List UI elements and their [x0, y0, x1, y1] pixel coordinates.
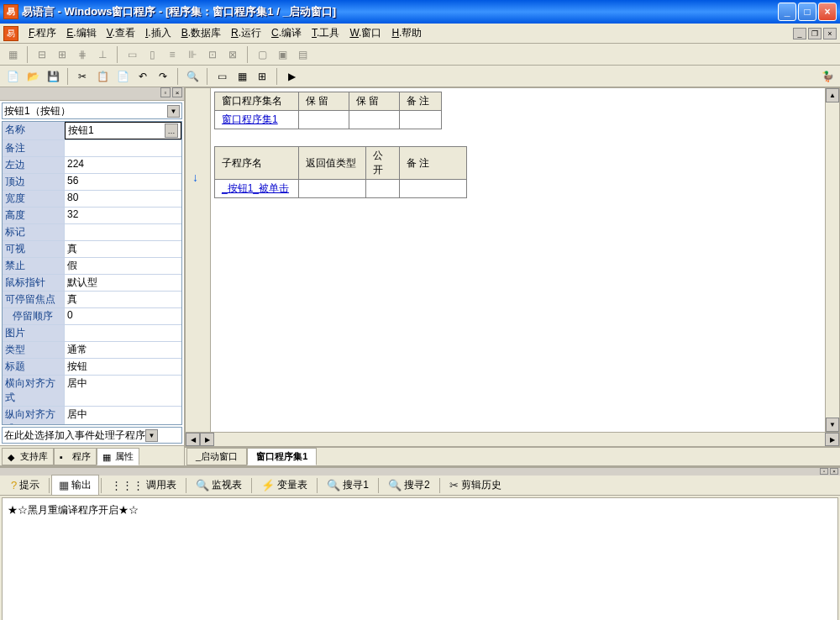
menu-item[interactable]: I.插入 — [140, 24, 176, 42]
property-value[interactable]: 按钮 — [65, 359, 181, 375]
property-value[interactable]: 默认型 — [65, 275, 181, 291]
property-value[interactable]: 真 — [65, 241, 181, 257]
grid-button[interactable]: ⊞ — [253, 67, 271, 86]
property-row[interactable]: 标题按钮 — [3, 359, 181, 376]
property-row[interactable]: 鼠标指针默认型 — [3, 275, 181, 292]
module-link[interactable]: 窗口程序集1 — [215, 111, 299, 129]
property-value[interactable]: 56 — [65, 174, 181, 190]
panel-close-button[interactable]: × — [172, 87, 182, 97]
property-row[interactable]: 标记 — [3, 224, 181, 241]
scroll-right-end-button[interactable]: ▶ — [825, 433, 839, 446]
property-value[interactable]: 按钮1… — [65, 122, 181, 139]
mdi-close-button[interactable]: × — [823, 28, 837, 39]
copy-button[interactable]: 📋 — [93, 67, 112, 86]
property-value[interactable]: 居中 — [65, 407, 181, 425]
table-cell[interactable] — [366, 180, 400, 198]
menu-item[interactable]: E.编辑 — [61, 24, 101, 42]
menu-item[interactable]: F.程序 — [24, 24, 61, 42]
help-button[interactable]: 🦆 — [818, 67, 837, 86]
menu-item[interactable]: R.运行 — [226, 24, 266, 42]
undo-button[interactable]: ↶ — [134, 67, 152, 86]
scroll-up-button[interactable]: ▲ — [826, 88, 839, 102]
table-cell[interactable] — [349, 111, 400, 129]
bottom-tab[interactable]: ⋮⋮⋮调用表 — [103, 475, 184, 496]
property-value[interactable]: 224 — [65, 157, 181, 173]
property-value[interactable] — [65, 140, 181, 156]
property-row[interactable]: 横向对齐方式居中 — [3, 376, 181, 407]
bottom-tab[interactable]: 🔍监视表 — [188, 475, 249, 496]
property-value[interactable] — [65, 325, 181, 341]
maximize-button[interactable]: □ — [798, 3, 816, 21]
property-row[interactable]: 停留顺序0 — [3, 308, 181, 325]
property-row[interactable]: 可停留焦点真 — [3, 292, 181, 308]
bottom-tab[interactable]: ▦输出 — [51, 475, 99, 496]
bottom-tab[interactable]: ?提示 — [3, 475, 47, 496]
editor-gutter[interactable]: ↓ — [186, 88, 211, 446]
property-value[interactable]: 假 — [65, 258, 181, 274]
horizontal-scrollbar[interactable]: ◀ ▶ ▶ — [186, 432, 839, 446]
property-row[interactable]: 宽度80 — [3, 191, 181, 208]
open-button[interactable]: 📂 — [24, 67, 42, 86]
property-row[interactable]: 名称按钮1… — [3, 122, 181, 140]
property-row[interactable]: 左边224 — [3, 157, 181, 174]
mdi-minimize-button[interactable]: _ — [793, 28, 806, 39]
editor-tab[interactable]: 窗口程序集1 — [247, 448, 317, 465]
bottom-tab[interactable]: ⚡变量表 — [254, 475, 315, 496]
scroll-down-button[interactable]: ▼ — [826, 418, 839, 432]
menu-item[interactable]: T.工具 — [307, 24, 344, 42]
property-row[interactable]: 类型通常 — [3, 342, 181, 359]
cut-button[interactable]: ✂ — [73, 67, 92, 86]
new-button[interactable]: 📄 — [3, 67, 22, 86]
chevron-down-icon[interactable]: ▼ — [145, 429, 158, 442]
property-grid[interactable]: 名称按钮1…备注左边224顶边56宽度80高度32标记可视真禁止假鼠标指针默认型… — [2, 121, 182, 425]
property-value[interactable]: 32 — [65, 208, 181, 223]
editor-tab[interactable]: _启动窗口 — [186, 448, 247, 465]
table-cell[interactable] — [400, 180, 467, 198]
property-row[interactable]: 纵向对齐方式居中 — [3, 407, 181, 425]
property-row[interactable]: 禁止假 — [3, 258, 181, 275]
property-row[interactable]: 备注 — [3, 140, 181, 157]
subroutine-link[interactable]: _按钮1_被单击 — [215, 180, 299, 198]
ellipsis-button[interactable]: … — [165, 123, 178, 138]
form-button[interactable]: ▦ — [233, 67, 251, 86]
left-tab[interactable]: ▪程序 — [54, 448, 97, 465]
event-selector-combo[interactable]: 在此处选择加入事件处理子程序 ▼ — [2, 427, 182, 444]
panel-pin-button[interactable]: ▫ — [820, 468, 828, 475]
menu-item[interactable]: C.编译 — [266, 24, 307, 42]
property-value[interactable]: 80 — [65, 191, 181, 207]
minimize-button[interactable]: _ — [778, 3, 796, 21]
run-button[interactable]: ▶ — [282, 67, 301, 86]
menu-item[interactable]: V.查看 — [102, 24, 140, 42]
find-button[interactable]: 🔍 — [183, 67, 202, 86]
property-row[interactable]: 高度32 — [3, 208, 181, 224]
property-row[interactable]: 图片 — [3, 325, 181, 342]
object-selector-combo[interactable]: 按钮1（按钮） ▼ — [2, 102, 182, 119]
paste-button[interactable]: 📄 — [113, 67, 132, 86]
menu-item[interactable]: H.帮助 — [386, 24, 427, 42]
bottom-tab[interactable]: ✂剪辑历史 — [442, 475, 509, 496]
code-editor[interactable]: ↓ 窗口程序集名 保 留 保 留 备 注 窗口程序集1 — [185, 87, 840, 447]
table-cell[interactable] — [299, 111, 349, 129]
mdi-restore-button[interactable]: ❐ — [808, 28, 822, 39]
save-button[interactable]: 💾 — [44, 67, 62, 86]
property-value[interactable]: 真 — [65, 292, 181, 307]
output-text-area[interactable]: ★☆黑月重编译程序开启★☆ — [2, 497, 838, 620]
menu-item[interactable]: W.窗口 — [344, 24, 386, 42]
vertical-scrollbar[interactable]: ▲ ▼ — [825, 88, 839, 432]
bottom-tab[interactable]: 🔍搜寻1 — [319, 475, 376, 496]
close-button[interactable]: × — [818, 3, 837, 21]
chevron-down-icon[interactable]: ▼ — [167, 105, 180, 118]
property-value[interactable]: 居中 — [65, 376, 181, 406]
property-row[interactable]: 顶边56 — [3, 174, 181, 191]
table-cell[interactable] — [299, 180, 366, 198]
panel-close-button[interactable]: × — [830, 468, 838, 475]
scroll-left-button[interactable]: ◀ — [186, 433, 200, 446]
panel-pin-button[interactable]: ▫ — [160, 87, 171, 97]
window-button[interactable]: ▭ — [213, 67, 231, 86]
bottom-tab[interactable]: 🔍搜寻2 — [381, 475, 438, 496]
table-cell[interactable] — [400, 111, 442, 129]
menu-item[interactable]: B.数据库 — [176, 24, 226, 42]
property-value[interactable]: 0 — [65, 308, 181, 324]
property-value[interactable] — [65, 224, 181, 240]
left-tab[interactable]: ◆支持库 — [2, 448, 54, 465]
